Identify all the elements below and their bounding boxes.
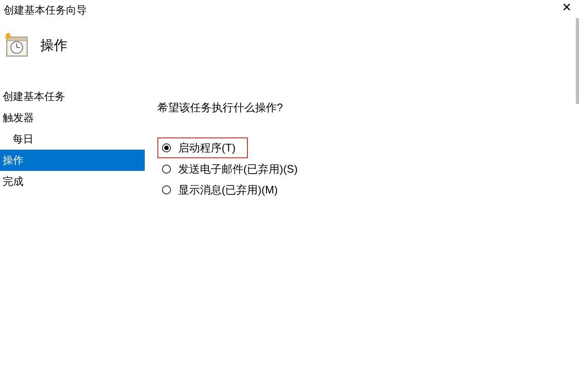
sidebar-item-1[interactable]: 触发器 <box>0 107 145 128</box>
action-option-2[interactable]: 显示消息(已弃用)(M) <box>157 179 570 200</box>
wizard-content: 希望该任务执行什么操作? 启动程序(T)发送电子邮件(已弃用)(S)显示消息(已… <box>145 86 579 392</box>
wizard-header: 操作 <box>0 18 579 86</box>
main-area: 创建基本任务触发器每日操作完成 希望该任务执行什么操作? 启动程序(T)发送电子… <box>0 86 579 392</box>
action-radio-group: 启动程序(T)发送电子邮件(已弃用)(S)显示消息(已弃用)(M) <box>157 137 570 200</box>
right-border-artifact <box>576 18 579 104</box>
sidebar-item-2[interactable]: 每日 <box>0 128 145 150</box>
action-option-1[interactable]: 发送电子邮件(已弃用)(S) <box>157 159 570 179</box>
radio-icon <box>162 143 171 152</box>
action-option-0[interactable]: 启动程序(T) <box>157 137 248 158</box>
sidebar-item-4[interactable]: 完成 <box>0 171 145 192</box>
radio-icon <box>162 165 171 174</box>
wizard-step-title: 操作 <box>40 36 67 55</box>
titlebar: 创建基本任务向导 ✕ <box>0 0 579 18</box>
close-button[interactable]: ✕ <box>559 1 574 13</box>
sidebar-item-3[interactable]: 操作 <box>0 150 145 171</box>
wizard-sidebar: 创建基本任务触发器每日操作完成 <box>0 86 145 392</box>
radio-icon <box>162 185 171 194</box>
sidebar-item-0[interactable]: 创建基本任务 <box>0 86 145 107</box>
window-title: 创建基本任务向导 <box>4 2 87 17</box>
task-wizard-icon <box>5 33 29 57</box>
radio-label: 显示消息(已弃用)(M) <box>178 183 278 197</box>
radio-label: 启动程序(T) <box>178 141 236 155</box>
action-question: 希望该任务执行什么操作? <box>157 100 570 115</box>
radio-label: 发送电子邮件(已弃用)(S) <box>178 162 298 176</box>
